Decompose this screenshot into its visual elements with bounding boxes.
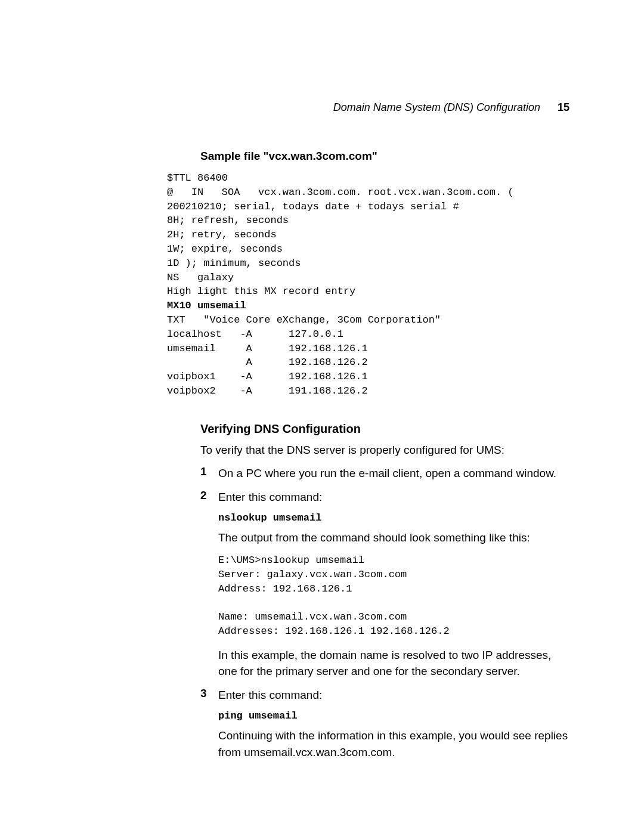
verify-heading: Verifying DNS Configuration <box>200 422 569 436</box>
step-explain: In this example, the domain name is reso… <box>218 647 569 680</box>
step-after: The output from the command should look … <box>218 529 569 546</box>
step-after: Continuing with the information in this … <box>218 727 569 760</box>
step-number: 3 <box>200 687 207 700</box>
code-bold-line: MX10 umsemail <box>167 300 246 311</box>
sample-file-title: Sample file "vcx.wan.3com.com" <box>200 150 569 163</box>
running-header: Domain Name System (DNS) Configuration 1… <box>167 101 569 114</box>
step-3: 3 Enter this command: ping umsemail Cont… <box>200 687 569 761</box>
step-number: 1 <box>200 465 207 478</box>
step-number: 2 <box>200 489 207 502</box>
running-title: Domain Name System (DNS) Configuration <box>333 101 540 113</box>
code-pre1: $TTL 86400 @ IN SOA vcx.wan.3com.com. ro… <box>167 172 514 297</box>
sample-file-code: $TTL 86400 @ IN SOA vcx.wan.3com.com. ro… <box>167 171 569 398</box>
step-1: 1 On a PC where you run the e-mail clien… <box>200 465 569 482</box>
step-text: Enter this command: <box>218 687 569 704</box>
step-cmd: nslookup umsemail <box>218 512 569 524</box>
step-2: 2 Enter this command: nslookup umsemail … <box>200 489 569 680</box>
step-text: On a PC where you run the e-mail client,… <box>218 465 569 482</box>
verify-intro: To verify that the DNS server is properl… <box>200 442 569 459</box>
page-content: Domain Name System (DNS) Configuration 1… <box>0 0 644 760</box>
step-cmd: ping umsemail <box>218 710 569 721</box>
page-number: 15 <box>558 101 569 113</box>
steps-list: 1 On a PC where you run the e-mail clien… <box>200 465 569 760</box>
verify-section: Verifying DNS Configuration To verify th… <box>200 422 569 761</box>
step-text: Enter this command: <box>218 489 569 506</box>
code-pre2: TXT "Voice Core eXchange, 3Com Corporati… <box>167 314 441 397</box>
step-output: E:\UMS>nslookup umsemail Server: galaxy.… <box>218 553 569 639</box>
